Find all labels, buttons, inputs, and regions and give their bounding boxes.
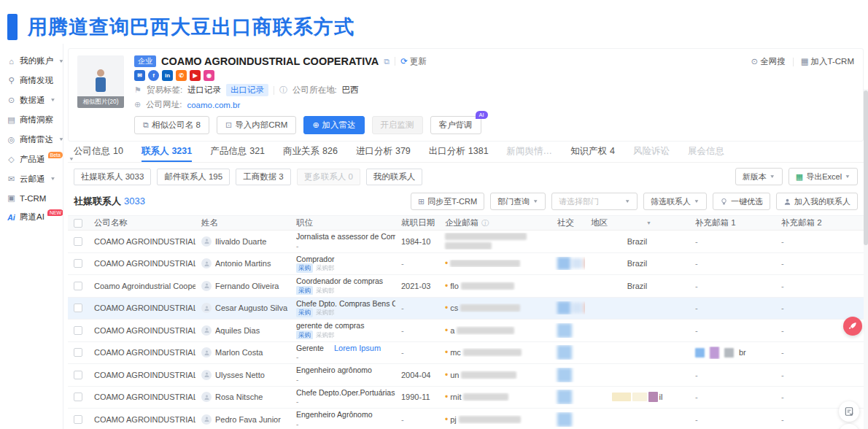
客户背调-button[interactable]: 客户背调AI <box>430 116 481 134</box>
select-all-checkbox[interactable] <box>74 219 82 228</box>
scrollbar-thumb[interactable] <box>864 90 868 245</box>
import-record-tag[interactable]: 进口记录 <box>187 85 221 96</box>
redacted-email-blur <box>461 282 514 290</box>
table-row[interactable]: Coamo Agroindustrial CooperativaFernando… <box>68 275 864 298</box>
tab-新闻舆情…[interactable]: 新闻舆情… <box>507 142 553 162</box>
tab-风险诉讼[interactable]: 风险诉讼 <box>633 142 670 162</box>
contact-name: Pedro Fava Junior <box>215 415 281 424</box>
location-icon: ⓘ <box>279 85 287 96</box>
company-cell: COAMO AGROINDUSTRIAL COOPERAT... <box>88 348 195 357</box>
tab-商业关系[interactable]: 商业关系826 <box>283 142 338 162</box>
table-header: 公司名称姓名职位就职日期企业邮箱ⓘ社交地区▼补充邮箱 1补充邮箱 2 <box>68 215 864 231</box>
linkedin-icon[interactable]: in <box>162 70 173 81</box>
sidebar-item-radar[interactable]: ◎商情雷达▼ <box>0 130 63 150</box>
row-checkbox[interactable] <box>74 415 82 424</box>
相似公司名-8-button[interactable]: ⧉相似公司名 8 <box>134 116 209 134</box>
table-row[interactable]: COAMO AGROINDUSTRIAL COOPERAT...Ilivaldo… <box>68 231 864 253</box>
tab-产品信息[interactable]: 产品信息321 <box>210 142 265 162</box>
copy-icon[interactable]: ⧉ <box>384 57 390 66</box>
button-label: 加入雷达 <box>322 120 356 131</box>
filter-icon[interactable]: ▼ <box>646 220 651 225</box>
social-cell <box>551 345 585 360</box>
redacted-social-blur <box>584 258 585 268</box>
sidebar-item-insight[interactable]: ▤商情洞察 <box>0 110 63 130</box>
position-cell: Comprador采购采购部 <box>290 255 395 273</box>
tab-出口分析[interactable]: 出口分析1381 <box>429 142 489 162</box>
sidebar-item-ai[interactable]: Ai腾道AINEW▶ <box>0 207 63 227</box>
sidebar-item-product[interactable]: ◇产品通Beta▼ <box>0 150 63 169</box>
add-to-my-contacts-button[interactable]: 加入我的联系人 <box>776 193 858 210</box>
export-record-tag[interactable]: 出口记录 <box>226 84 268 96</box>
support-rocket-icon[interactable] <box>843 317 862 336</box>
tab-进口分析[interactable]: 进口分析379 <box>356 142 411 162</box>
tab-知识产权[interactable]: 知识产权4 <box>570 142 615 162</box>
table-row[interactable]: COAMO AGROINDUSTRIAL COOPERAT...Antonio … <box>68 253 864 276</box>
table-row[interactable]: COAMO AGROINDUSTRIAL COOPERAT...Aquiles … <box>68 320 864 342</box>
department-select[interactable]: 请选择部门▼ <box>551 193 638 210</box>
refresh-button[interactable]: ⟳ 更新 <box>400 56 427 67</box>
instagram-icon[interactable]: ◉ <box>204 70 214 81</box>
contact-name: Marlon Costa <box>215 348 263 357</box>
table-row[interactable]: COAMO AGROINDUSTRIAL COOPERAT...Pedro Fa… <box>68 409 864 429</box>
redacted-social-mosaic <box>557 390 572 404</box>
row-checkbox[interactable] <box>74 237 82 246</box>
department-query-button[interactable]: 部门查询▼ <box>490 193 546 210</box>
导入内部CRM-button[interactable]: ⊡导入内部CRM <box>217 116 296 134</box>
youtube-icon[interactable]: ▶ <box>190 70 201 81</box>
redacted-social-mosaic <box>557 412 572 427</box>
chip-我的联系人[interactable]: 我的联系人 <box>366 169 423 185</box>
row-checkbox[interactable] <box>74 326 82 335</box>
global-search-link[interactable]: ⊙全网搜 <box>751 56 786 67</box>
redacted-email-blur <box>457 327 514 334</box>
filter-chips-row: 社媒联系人 3033邮件联系人 195工商数据 3更多联系人 0我的联系人 新版… <box>68 168 864 185</box>
redacted-social-blur <box>572 303 582 313</box>
company-photo[interactable]: 相似图片(20) <box>77 55 124 134</box>
row-checkbox[interactable] <box>74 371 82 379</box>
sync-tcrm-button[interactable]: ⊞同步至T-CRM <box>411 193 484 210</box>
main: 相似图片(20) 企业 COAMO AGROINDUSTRIAL COOPERA… <box>63 44 868 429</box>
tab-联系人[interactable]: 联系人3231 <box>142 142 192 162</box>
add-tcrm-link[interactable]: ▦加入T-CRM <box>801 56 854 67</box>
filter-contacts-button[interactable]: 筛选联系人▼ <box>643 193 707 210</box>
chevron-down-icon: ▼ <box>770 174 775 179</box>
row-checkbox-cell <box>68 259 88 268</box>
row-checkbox[interactable] <box>74 348 82 357</box>
sidebar-item-cloud-mail[interactable]: ✉云邮通▼ <box>0 169 63 189</box>
quick-pick-button[interactable]: 一键优选 <box>713 193 770 210</box>
email-icon[interactable]: ✉ <box>134 70 145 81</box>
table-row[interactable]: COAMO AGROINDUSTRIAL COOPERAT...Cesar Au… <box>68 298 864 320</box>
tab-展会信息[interactable]: 展会信息 <box>688 142 724 162</box>
export-excel-button[interactable]: ▦ 导出Excel▼ <box>788 168 858 185</box>
sidebar-item-data[interactable]: ⊙数据通▼ <box>0 90 63 110</box>
redacted-social-blur <box>695 348 705 358</box>
website-link[interactable]: coamo.com.br <box>187 101 240 109</box>
sidebar-item-search[interactable]: ⚲商情发现 <box>0 71 63 90</box>
row-checkbox[interactable] <box>74 282 82 290</box>
chip-社媒联系人[interactable]: 社媒联系人 3033 <box>74 169 151 185</box>
position-cell: Jornalista e assessor de Comunicação- <box>290 232 395 250</box>
phone-icon[interactable]: ✆ <box>176 70 187 81</box>
email-prefix: cs <box>450 304 458 312</box>
table-row[interactable]: COAMO AGROINDUSTRIAL COOPERAT...Marlon C… <box>68 342 864 365</box>
加入雷达-button[interactable]: ⊕加入雷达 <box>303 116 364 134</box>
survey-icon[interactable] <box>839 401 859 422</box>
ai-icon: Ai <box>7 213 16 222</box>
facebook-icon[interactable]: f <box>148 70 159 81</box>
contact-avatar <box>201 414 212 425</box>
row-checkbox[interactable] <box>74 304 82 312</box>
chip-更多联系人[interactable]: 更多联系人 0 <box>297 169 360 185</box>
sidebar-item-home[interactable]: ⌂我的账户▼ <box>0 51 63 71</box>
chip-邮件联系人[interactable]: 邮件联系人 195 <box>157 169 230 185</box>
col-header-label: 地区 <box>591 217 608 228</box>
sidebar-item-tcrm[interactable]: ▣T-CRM <box>0 189 63 207</box>
row-checkbox[interactable] <box>74 393 82 401</box>
table-row[interactable]: COAMO AGROINDUSTRIAL COOPERAT...Ulysses … <box>68 364 864 387</box>
region-cell: Brazil <box>585 259 689 268</box>
row-checkbox[interactable] <box>74 259 82 268</box>
version-select[interactable]: 新版本▼ <box>735 168 783 185</box>
table-row[interactable]: COAMO AGROINDUSTRIAL COOPERAT...Rosa Nit… <box>68 387 864 409</box>
tab-公司信息[interactable]: 公司信息10 <box>74 142 123 162</box>
lorem-link[interactable]: Lorem Ipsum <box>334 344 381 352</box>
chip-工商数据[interactable]: 工商数据 3 <box>236 169 291 185</box>
redacted-social-blur <box>557 345 572 360</box>
